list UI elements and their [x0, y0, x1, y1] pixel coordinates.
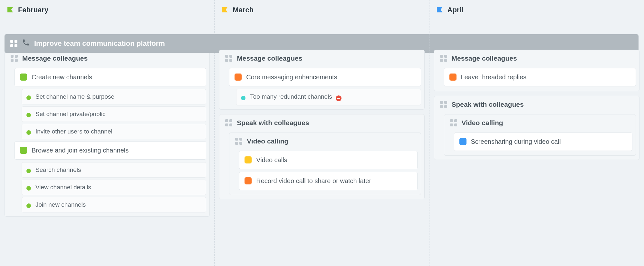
- card-title: Leave threaded replies: [461, 73, 630, 82]
- card-video-calls[interactable]: Video calls: [239, 151, 417, 169]
- status-dot: [26, 186, 31, 191]
- phone-icon: [22, 39, 30, 48]
- card-browse-join-channels[interactable]: Browse and join existing channels: [14, 141, 206, 160]
- group-title: Message colleagues: [237, 54, 302, 62]
- column-content: Message colleagues Core messaging enhanc…: [219, 50, 424, 199]
- subcard[interactable]: View channel details: [22, 180, 206, 195]
- group-header[interactable]: Speak with colleagues: [219, 114, 424, 131]
- subcard-title: Invite other users to channel: [35, 128, 112, 135]
- status-swatch: [20, 74, 27, 81]
- card-title: Core messaging enhancements: [246, 73, 415, 82]
- group-message-colleagues: Message colleagues Core messaging enhanc…: [219, 50, 424, 110]
- status-dot: [26, 113, 31, 117]
- flag-icon: [222, 7, 229, 13]
- card-title: Screensharing during video call: [471, 137, 627, 146]
- subcard-note[interactable]: Too many redundant channels: [236, 89, 421, 105]
- subcard[interactable]: Invite other users to channel: [22, 124, 206, 139]
- subgroup-video-calling: Video calling Screensharing during video…: [444, 114, 636, 156]
- flag-icon: [7, 7, 14, 13]
- card-title: Video calls: [256, 156, 412, 164]
- drag-handle-icon[interactable]: [440, 101, 447, 108]
- group-header[interactable]: Speak with colleagues: [434, 96, 639, 112]
- group-message-colleagues: Message colleagues Create new channels S…: [5, 50, 210, 217]
- group-title: Message colleagues: [22, 54, 88, 62]
- card-threaded-replies[interactable]: Leave threaded replies: [444, 68, 636, 86]
- status-swatch: [459, 138, 466, 145]
- no-entry-icon: [336, 95, 341, 101]
- column-april: April Message colleagues Leave threaded …: [429, 0, 644, 266]
- subcard-title: View channel details: [35, 184, 91, 191]
- status-dot: [26, 169, 31, 173]
- drag-handle-icon[interactable]: [450, 119, 457, 126]
- group-speak-with-colleagues: Speak with colleagues Video calling Scre…: [434, 96, 639, 160]
- subcard[interactable]: Set channel name & purpose: [22, 89, 206, 104]
- column-content: Message colleagues Create new channels S…: [5, 50, 210, 217]
- drag-handle-icon[interactable]: [10, 40, 17, 47]
- subcard[interactable]: Search channels: [22, 162, 206, 178]
- status-swatch: [245, 177, 252, 184]
- subcard-title: Search channels: [35, 166, 81, 173]
- epic-title: Improve team communication platform: [34, 39, 165, 48]
- subcard-title: Too many redundant channels: [250, 93, 341, 101]
- column-march: March Message colleagues Core messaging …: [215, 0, 429, 266]
- subcard-title: Set channel private/public: [35, 111, 106, 118]
- subgroup-header[interactable]: Video calling: [229, 133, 420, 149]
- month-label: March: [233, 6, 254, 14]
- card-record-video[interactable]: Record video call to share or watch late…: [239, 172, 417, 190]
- month-label: April: [447, 6, 464, 14]
- status-swatch: [449, 74, 457, 81]
- drag-handle-icon[interactable]: [225, 55, 232, 62]
- group-title: Message colleagues: [452, 54, 517, 62]
- subgroup-header[interactable]: Video calling: [444, 114, 636, 131]
- flag-icon: [437, 7, 444, 13]
- status-dot: [241, 96, 245, 100]
- status-dot: [26, 203, 31, 208]
- subcard-title: Join new channels: [35, 201, 86, 208]
- group-header[interactable]: Message colleagues: [434, 50, 639, 66]
- group-title: Speak with colleagues: [452, 101, 524, 108]
- month-header[interactable]: April: [434, 4, 639, 21]
- subgroup-video-calling: Video calling Video calls Record video c…: [229, 133, 421, 195]
- card-title: Record video call to share or watch late…: [256, 177, 412, 185]
- column-february: February Improve team communication plat…: [0, 0, 215, 266]
- status-dot: [26, 95, 31, 100]
- roadmap-board: February Improve team communication plat…: [0, 0, 644, 266]
- subgroup-title: Video calling: [462, 119, 503, 127]
- group-header[interactable]: Message colleagues: [219, 50, 424, 66]
- group-message-colleagues: Message colleagues Leave threaded replie…: [434, 50, 639, 91]
- status-swatch: [235, 74, 242, 81]
- month-header[interactable]: March: [219, 4, 424, 21]
- subgroup-title: Video calling: [247, 137, 288, 145]
- card-core-messaging[interactable]: Core messaging enhancements: [229, 68, 421, 86]
- drag-handle-icon[interactable]: [225, 119, 232, 126]
- card-create-new-channels[interactable]: Create new channels: [14, 68, 206, 86]
- column-content: Message colleagues Leave threaded replie…: [434, 50, 639, 160]
- status-swatch: [20, 147, 27, 154]
- drag-handle-icon[interactable]: [11, 55, 18, 62]
- status-dot: [26, 130, 31, 135]
- month-label: February: [18, 6, 48, 14]
- status-swatch: [245, 156, 252, 163]
- group-speak-with-colleagues: Speak with colleagues Video calling Vide…: [219, 114, 424, 199]
- group-title: Speak with colleagues: [237, 119, 309, 127]
- card-title: Browse and join existing channels: [32, 146, 201, 155]
- card-title: Create new channels: [32, 73, 201, 82]
- drag-handle-icon[interactable]: [235, 138, 242, 145]
- subcard[interactable]: Join new channels: [22, 197, 206, 212]
- subcard-title: Set channel name & purpose: [35, 93, 114, 100]
- drag-handle-icon[interactable]: [440, 55, 447, 62]
- card-screensharing[interactable]: Screensharing during video call: [454, 133, 632, 151]
- subcard[interactable]: Set channel private/public: [22, 106, 206, 122]
- month-header[interactable]: February: [5, 4, 210, 21]
